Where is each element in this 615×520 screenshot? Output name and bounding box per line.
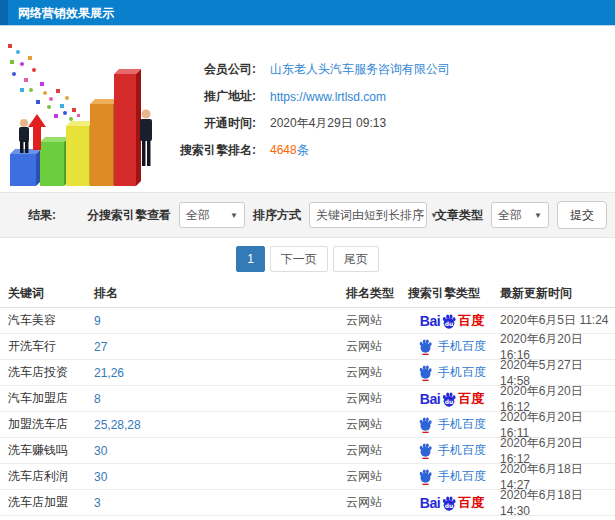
chevron-down-icon: ▼ [534, 211, 542, 220]
bar-blue [10, 149, 41, 186]
bar-green [40, 137, 69, 186]
rank-cell[interactable]: 30 [94, 444, 107, 458]
filter-bar: 结果: 分搜索引擎查看 全部 ▼ 排序方式 关键词由短到长排序 ▼ 文章类型 全… [0, 192, 615, 238]
svg-text:du: du [445, 397, 454, 404]
pagination: 1 下一页 尾页 [0, 238, 615, 280]
mobile-baidu-logo: 手机百度 [418, 338, 486, 355]
baidu-logo-bai-text: Bai [420, 313, 440, 329]
engine-filter-label: 分搜索引擎查看 [87, 207, 171, 224]
company-info: 会员公司: 山东老人头汽车服务咨询有限公司 推广地址: https://www.… [160, 56, 615, 164]
baidu-logo-bai-text: Bai [420, 495, 440, 511]
ranking-count-label: 搜索引擎排名: [160, 142, 256, 159]
keyword-cell: 汽车美容 [8, 312, 94, 329]
member-company-link[interactable]: 山东老人头汽车服务咨询有限公司 [270, 61, 450, 78]
baidu-logo: Bai du 百度 [420, 312, 484, 330]
ranking-count-unit: 条 [297, 143, 309, 157]
marketing-chart-illustration [0, 30, 160, 190]
keyword-cell: 洗车店加盟 [8, 494, 94, 511]
engine-select[interactable]: 全部 ▼ [179, 202, 245, 228]
sort-select[interactable]: 关键词由短到长排序 ▼ [309, 202, 427, 228]
page: 网络营销效果展示 [0, 0, 615, 520]
ranking-count-value: 4648条 [270, 142, 309, 159]
submit-button[interactable]: 提交 [557, 201, 607, 229]
confetti-dots [8, 44, 80, 121]
table-header-row: 关键词 排名 排名类型 搜索引擎类型 最新更新时间 [0, 280, 615, 308]
filter-group: 分搜索引擎查看 全部 ▼ 排序方式 关键词由短到长排序 ▼ 文章类型 全部 ▼ … [87, 201, 607, 229]
header-rank-type: 排名类型 [346, 285, 408, 302]
promo-url-link[interactable]: https://www.lrtlsd.com [270, 90, 386, 104]
title-bar: 网络营销效果展示 [0, 0, 615, 26]
rank-cell[interactable]: 30 [94, 470, 107, 484]
baidu-logo: Bai du 百度 [420, 494, 484, 512]
member-company-label: 会员公司: [160, 61, 256, 78]
baidu-paw-icon: du [441, 495, 457, 511]
rank-cell[interactable]: 8 [94, 392, 101, 406]
svg-text:du: du [445, 319, 454, 326]
rank-type-cell: 云网站 [346, 338, 408, 355]
info-section: 会员公司: 山东老人头汽车服务咨询有限公司 推广地址: https://www.… [0, 26, 615, 192]
mobile-baidu-paw-icon [418, 442, 433, 459]
baidu-logo-bai-text: Bai [420, 391, 440, 407]
mobile-baidu-logo: 手机百度 [418, 364, 486, 381]
rank-cell[interactable]: 21,26 [94, 366, 124, 380]
open-time-value: 2020年4月29日 09:13 [270, 115, 386, 132]
article-type-select[interactable]: 全部 ▼ [491, 202, 549, 228]
mobile-baidu-paw-icon [418, 338, 433, 355]
rank-type-cell: 云网站 [346, 364, 408, 381]
mobile-baidu-label: 手机百度 [438, 338, 486, 355]
chevron-down-icon: ▼ [230, 211, 238, 220]
baidu-paw-icon: du [441, 391, 457, 407]
sort-filter-label: 排序方式 [253, 207, 301, 224]
rank-type-cell: 云网站 [346, 390, 408, 407]
result-label: 结果: [28, 207, 56, 224]
last-page-button[interactable]: 尾页 [333, 246, 379, 272]
keyword-cell: 洗车店投资 [8, 364, 94, 381]
table-body: 汽车美容 9 云网站 Bai du 百度 [0, 308, 615, 516]
rank-type-cell: 云网站 [346, 442, 408, 459]
article-type-label: 文章类型 [435, 207, 483, 224]
engine-cell: Bai du 百度 [408, 442, 496, 459]
keyword-cell: 洗车赚钱吗 [8, 442, 94, 459]
bar-red [114, 69, 141, 186]
update-time-cell: 2020年6月18日 14:30 [496, 487, 615, 518]
engine-cell: Bai du 百度 [408, 312, 496, 330]
keyword-cell: 加盟洗车店 [8, 416, 94, 433]
page-1-button[interactable]: 1 [236, 246, 265, 272]
ranking-count-number: 4648 [270, 143, 297, 157]
keyword-cell: 开洗车行 [8, 338, 94, 355]
mobile-baidu-logo: 手机百度 [418, 468, 486, 485]
bar-orange [90, 99, 118, 186]
rank-cell[interactable]: 25,28,28 [94, 418, 141, 432]
rank-cell[interactable]: 3 [94, 496, 101, 510]
baidu-logo-cn-text: 百度 [458, 390, 484, 408]
open-time-label: 开通时间: [160, 115, 256, 132]
engine-cell: Bai du 百度 [408, 416, 496, 433]
open-time-row: 开通时间: 2020年4月29日 09:13 [160, 110, 615, 137]
article-type-select-value: 全部 [498, 207, 522, 224]
table-row: 洗车店加盟 3 云网站 Bai du 百度 [0, 490, 615, 516]
businessman-right [140, 110, 152, 167]
header-update-time: 最新更新时间 [496, 285, 615, 302]
promo-url-label: 推广地址: [160, 88, 256, 105]
svg-text:du: du [445, 501, 454, 508]
baidu-paw-icon: du [441, 313, 457, 329]
engine-cell: Bai du 百度 [408, 468, 496, 485]
mobile-baidu-paw-icon [418, 416, 433, 433]
mobile-baidu-label: 手机百度 [438, 442, 486, 459]
mobile-baidu-label: 手机百度 [438, 416, 486, 433]
businessman-left [19, 119, 29, 153]
next-page-button[interactable]: 下一页 [270, 246, 328, 272]
rank-cell[interactable]: 27 [94, 340, 107, 354]
ranking-count-row: 搜索引擎排名: 4648条 [160, 137, 615, 164]
rank-cell[interactable]: 9 [94, 314, 101, 328]
page-title: 网络营销效果展示 [0, 6, 114, 20]
baidu-logo-cn-text: 百度 [458, 494, 484, 512]
mobile-baidu-logo: 手机百度 [418, 442, 486, 459]
engine-select-value: 全部 [186, 207, 210, 224]
mobile-baidu-logo: 手机百度 [418, 416, 486, 433]
update-time-cell: 2020年6月5日 11:24 [496, 312, 615, 329]
header-keyword: 关键词 [8, 285, 94, 302]
mobile-baidu-paw-icon [418, 364, 433, 381]
keyword-cell: 汽车加盟店 [8, 390, 94, 407]
sort-select-value: 关键词由短到长排序 [316, 207, 424, 224]
